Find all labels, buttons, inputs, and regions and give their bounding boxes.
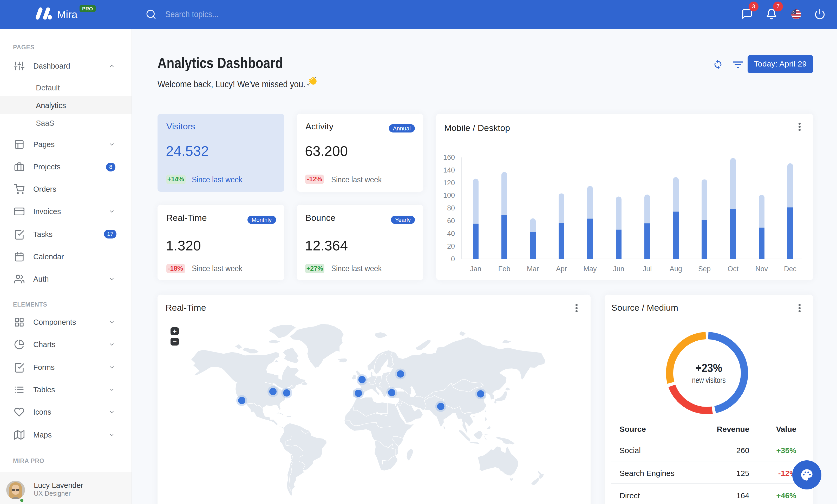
svg-text:Oct: Oct — [728, 265, 739, 273]
svg-text:Jul: Jul — [643, 265, 652, 273]
svg-text:Mar: Mar — [527, 265, 539, 273]
svg-text:Dec: Dec — [784, 265, 797, 273]
svg-text:Sep: Sep — [698, 265, 711, 273]
svg-text:Aug: Aug — [670, 265, 682, 273]
svg-text:0: 0 — [451, 255, 455, 263]
svg-text:Feb: Feb — [498, 265, 511, 273]
svg-text:60: 60 — [447, 217, 455, 225]
svg-text:120: 120 — [443, 179, 455, 187]
svg-text:100: 100 — [443, 191, 455, 199]
svg-text:40: 40 — [447, 230, 455, 238]
svg-text:80: 80 — [447, 204, 455, 212]
svg-text:Nov: Nov — [755, 265, 768, 273]
svg-text:May: May — [583, 265, 597, 273]
svg-text:Apr: Apr — [556, 265, 567, 273]
svg-text:Jun: Jun — [613, 265, 624, 273]
svg-text:20: 20 — [447, 242, 455, 250]
svg-text:140: 140 — [443, 166, 455, 174]
svg-text:160: 160 — [443, 153, 455, 161]
svg-text:Jan: Jan — [470, 265, 481, 273]
